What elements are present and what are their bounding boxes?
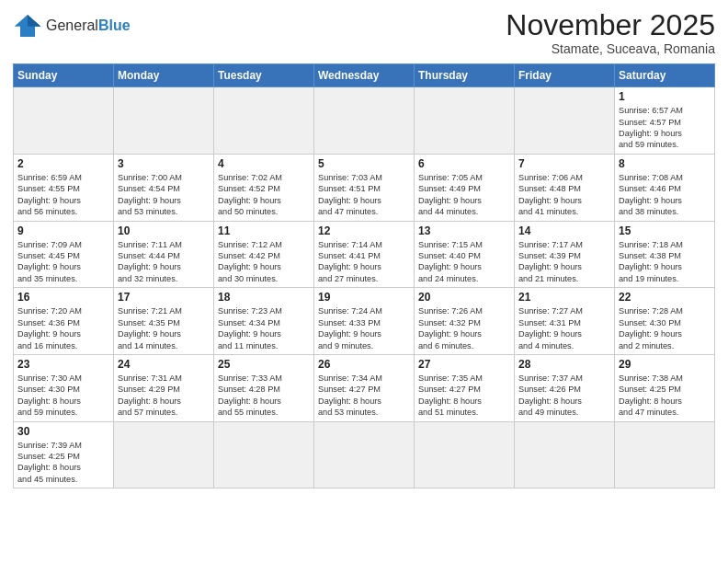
table-row: 5Sunrise: 7:03 AMSunset: 4:51 PMDaylight… [314, 154, 415, 221]
svg-marker-1 [28, 15, 40, 27]
col-tuesday: Tuesday [214, 64, 314, 87]
day-number: 25 [218, 358, 310, 371]
table-row [114, 87, 214, 155]
logo-icon [13, 13, 42, 39]
day-info: Sunrise: 7:03 AMSunset: 4:51 PMDaylight:… [318, 172, 410, 218]
day-info: Sunrise: 7:17 AMSunset: 4:39 PMDaylight:… [518, 239, 610, 285]
day-info: Sunrise: 6:57 AMSunset: 4:57 PMDaylight:… [619, 105, 711, 151]
table-row [314, 87, 415, 155]
table-row [14, 87, 114, 155]
table-row: 13Sunrise: 7:15 AMSunset: 4:40 PMDayligh… [415, 221, 515, 288]
day-info: Sunrise: 7:11 AMSunset: 4:44 PMDaylight:… [118, 239, 210, 285]
table-row [615, 421, 715, 488]
day-info: Sunrise: 7:33 AMSunset: 4:28 PMDaylight:… [218, 373, 310, 419]
table-row: 30Sunrise: 7:39 AMSunset: 4:25 PMDayligh… [14, 421, 114, 488]
day-info: Sunrise: 7:20 AMSunset: 4:36 PMDaylight:… [17, 305, 109, 351]
day-info: Sunrise: 7:24 AMSunset: 4:33 PMDaylight:… [318, 305, 410, 351]
day-info: Sunrise: 7:21 AMSunset: 4:35 PMDaylight:… [118, 305, 210, 351]
day-info: Sunrise: 7:23 AMSunset: 4:34 PMDaylight:… [218, 305, 310, 351]
col-wednesday: Wednesday [314, 64, 415, 87]
day-number: 5 [318, 157, 410, 170]
day-info: Sunrise: 7:34 AMSunset: 4:27 PMDaylight:… [318, 373, 410, 419]
day-number: 19 [318, 291, 410, 304]
day-number: 20 [418, 291, 510, 304]
day-number: 2 [17, 157, 109, 170]
day-number: 8 [619, 157, 711, 170]
table-row: 6Sunrise: 7:05 AMSunset: 4:49 PMDaylight… [415, 154, 515, 221]
page: GeneralBlue November 2025 Stamate, Sucea… [0, 0, 728, 563]
table-row: 12Sunrise: 7:14 AMSunset: 4:41 PMDayligh… [314, 221, 415, 288]
day-number: 10 [118, 224, 210, 237]
day-info: Sunrise: 7:05 AMSunset: 4:49 PMDaylight:… [418, 172, 510, 218]
table-row: 23Sunrise: 7:30 AMSunset: 4:30 PMDayligh… [14, 354, 114, 421]
table-row: 11Sunrise: 7:12 AMSunset: 4:42 PMDayligh… [214, 221, 314, 288]
day-number: 26 [318, 358, 410, 371]
table-row [415, 421, 515, 488]
day-number: 17 [118, 291, 210, 304]
subtitle: Stamate, Suceava, Romania [506, 41, 715, 56]
day-info: Sunrise: 7:38 AMSunset: 4:25 PMDaylight:… [619, 373, 711, 419]
day-number: 27 [418, 358, 510, 371]
day-number: 1 [619, 90, 711, 103]
day-info: Sunrise: 7:26 AMSunset: 4:32 PMDaylight:… [418, 305, 510, 351]
col-thursday: Thursday [415, 64, 515, 87]
day-number: 22 [619, 291, 711, 304]
table-row: 1Sunrise: 6:57 AMSunset: 4:57 PMDaylight… [615, 87, 715, 155]
day-number: 18 [218, 291, 310, 304]
day-info: Sunrise: 7:18 AMSunset: 4:38 PMDaylight:… [619, 239, 711, 285]
day-info: Sunrise: 7:08 AMSunset: 4:46 PMDaylight:… [619, 172, 711, 218]
day-number: 11 [218, 224, 310, 237]
day-number: 24 [118, 358, 210, 371]
table-row: 19Sunrise: 7:24 AMSunset: 4:33 PMDayligh… [314, 288, 415, 355]
day-number: 12 [318, 224, 410, 237]
table-row: 7Sunrise: 7:06 AMSunset: 4:48 PMDaylight… [515, 154, 615, 221]
table-row: 27Sunrise: 7:35 AMSunset: 4:27 PMDayligh… [415, 354, 515, 421]
table-row: 2Sunrise: 6:59 AMSunset: 4:55 PMDaylight… [14, 154, 114, 221]
header: GeneralBlue November 2025 Stamate, Sucea… [13, 9, 715, 56]
day-number: 4 [218, 157, 310, 170]
table-row: 9Sunrise: 7:09 AMSunset: 4:45 PMDaylight… [14, 221, 114, 288]
table-row: 29Sunrise: 7:38 AMSunset: 4:25 PMDayligh… [615, 354, 715, 421]
col-saturday: Saturday [615, 64, 715, 87]
day-info: Sunrise: 7:15 AMSunset: 4:40 PMDaylight:… [418, 239, 510, 285]
table-row [114, 421, 214, 488]
day-number: 13 [418, 224, 510, 237]
day-info: Sunrise: 7:31 AMSunset: 4:29 PMDaylight:… [118, 373, 210, 419]
day-number: 3 [118, 157, 210, 170]
table-row: 25Sunrise: 7:33 AMSunset: 4:28 PMDayligh… [214, 354, 314, 421]
table-row: 3Sunrise: 7:00 AMSunset: 4:54 PMDaylight… [114, 154, 214, 221]
day-number: 6 [418, 157, 510, 170]
table-row [415, 87, 515, 155]
day-info: Sunrise: 6:59 AMSunset: 4:55 PMDaylight:… [17, 172, 109, 218]
table-row: 21Sunrise: 7:27 AMSunset: 4:31 PMDayligh… [515, 288, 615, 355]
table-row: 18Sunrise: 7:23 AMSunset: 4:34 PMDayligh… [214, 288, 314, 355]
table-row: 8Sunrise: 7:08 AMSunset: 4:46 PMDaylight… [615, 154, 715, 221]
day-info: Sunrise: 7:35 AMSunset: 4:27 PMDaylight:… [418, 373, 510, 419]
table-row: 14Sunrise: 7:17 AMSunset: 4:39 PMDayligh… [515, 221, 615, 288]
day-info: Sunrise: 7:30 AMSunset: 4:30 PMDaylight:… [17, 373, 109, 419]
day-number: 21 [518, 291, 610, 304]
day-info: Sunrise: 7:00 AMSunset: 4:54 PMDaylight:… [118, 172, 210, 218]
day-info: Sunrise: 7:14 AMSunset: 4:41 PMDaylight:… [318, 239, 410, 285]
table-row [515, 87, 615, 155]
table-row: 24Sunrise: 7:31 AMSunset: 4:29 PMDayligh… [114, 354, 214, 421]
table-row: 4Sunrise: 7:02 AMSunset: 4:52 PMDaylight… [214, 154, 314, 221]
col-sunday: Sunday [14, 64, 114, 87]
day-number: 9 [17, 224, 109, 237]
table-row: 28Sunrise: 7:37 AMSunset: 4:26 PMDayligh… [515, 354, 615, 421]
calendar-table: Sunday Monday Tuesday Wednesday Thursday… [13, 63, 715, 488]
table-row: 17Sunrise: 7:21 AMSunset: 4:35 PMDayligh… [114, 288, 214, 355]
table-row: 15Sunrise: 7:18 AMSunset: 4:38 PMDayligh… [615, 221, 715, 288]
day-info: Sunrise: 7:27 AMSunset: 4:31 PMDaylight:… [518, 305, 610, 351]
day-number: 14 [518, 224, 610, 237]
col-monday: Monday [114, 64, 214, 87]
logo: GeneralBlue [13, 13, 131, 39]
day-info: Sunrise: 7:09 AMSunset: 4:45 PMDaylight:… [17, 239, 109, 285]
title-block: November 2025 Stamate, Suceava, Romania [506, 9, 715, 56]
table-row: 10Sunrise: 7:11 AMSunset: 4:44 PMDayligh… [114, 221, 214, 288]
day-info: Sunrise: 7:28 AMSunset: 4:30 PMDaylight:… [619, 305, 711, 351]
table-row: 16Sunrise: 7:20 AMSunset: 4:36 PMDayligh… [14, 288, 114, 355]
table-row [214, 421, 314, 488]
day-number: 16 [17, 291, 109, 304]
day-number: 15 [619, 224, 711, 237]
